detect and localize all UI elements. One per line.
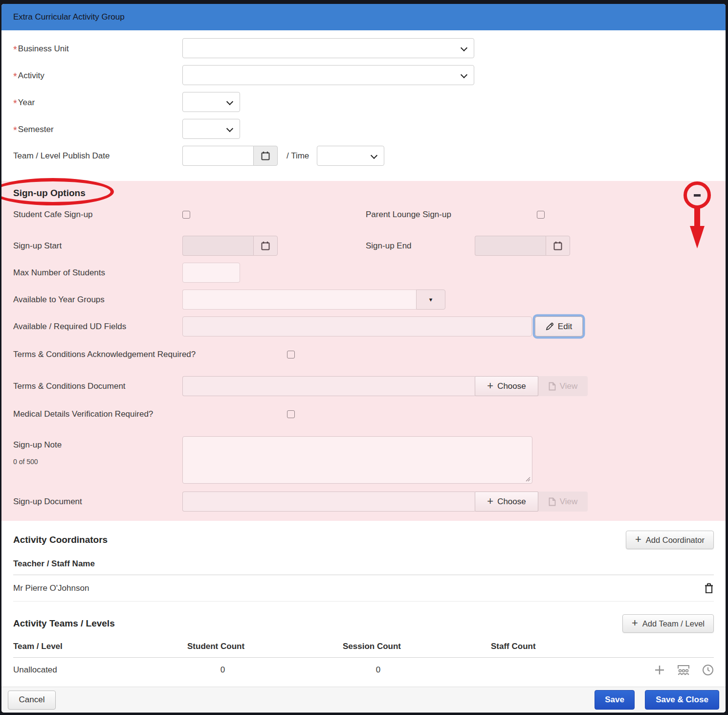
col-student-count: Student Count <box>187 642 258 651</box>
calendar-icon <box>261 151 270 160</box>
trash-icon <box>704 582 714 594</box>
semester-label: Semester <box>18 125 54 134</box>
year-groups-input[interactable] <box>182 290 416 310</box>
plus-icon: + <box>487 380 493 391</box>
tc-ack-label: Terms & Conditions Acknowledgement Requi… <box>13 350 287 359</box>
add-team-level-button[interactable]: + Add Team / Level <box>622 614 714 633</box>
max-students-label: Max Number of Students <box>13 268 182 278</box>
allocate-students-button[interactable] <box>677 664 690 676</box>
year-groups-row: Available to Year Groups ▾ <box>13 290 714 310</box>
coordinator-name: Mr Pierre O'Johnson <box>13 583 89 593</box>
year-row: *Year <box>13 92 714 112</box>
publish-date-input[interactable] <box>182 146 253 166</box>
publish-time-select[interactable] <box>317 146 384 166</box>
teams-header: Activity Teams / Levels + Add Team / Lev… <box>13 614 714 633</box>
delete-coordinator-button[interactable] <box>704 582 714 594</box>
chevron-down-icon <box>226 98 233 105</box>
signup-document-choose-button[interactable]: + Choose <box>475 492 538 512</box>
group-icon <box>677 664 690 676</box>
year-select[interactable] <box>182 92 240 112</box>
chevron-down-icon <box>461 71 467 78</box>
medical-checkbox[interactable] <box>287 410 295 418</box>
plus-icon: + <box>635 534 641 545</box>
signup-note-counter: 0 of 500 <box>13 458 182 466</box>
cancel-button[interactable]: Cancel <box>8 691 56 710</box>
col-team-level: Team / Level <box>13 642 187 651</box>
tc-ack-checkbox[interactable] <box>287 351 295 358</box>
signup-document-input[interactable] <box>182 492 475 512</box>
coordinators-heading: Activity Coordinators <box>13 535 108 545</box>
signup-options-heading: Sign-up Options <box>13 188 714 199</box>
dropdown-arrow-icon: ▾ <box>429 296 433 303</box>
activity-select[interactable] <box>182 65 474 85</box>
divider <box>13 601 714 602</box>
chevron-down-icon <box>371 152 377 159</box>
signup-dates-row: Sign-up Start Sign-up End <box>13 236 714 256</box>
year-label: Year <box>18 98 35 107</box>
signup-start-calendar-button[interactable] <box>253 236 278 256</box>
plus-icon: + <box>487 496 493 507</box>
main-form: *Business Unit *Activity *Year *Semester… <box>1 30 726 181</box>
coordinator-row: Mr Pierre O'Johnson <box>13 575 714 601</box>
coordinators-column-header: Teacher / Staff Name <box>13 559 714 569</box>
ud-fields-label: Available / Required UD Fields <box>13 322 182 332</box>
save-close-button[interactable]: Save & Close <box>645 690 719 710</box>
parent-lounge-checkbox[interactable] <box>537 211 545 219</box>
signup-document-label: Sign-up Document <box>13 497 182 507</box>
clock-icon <box>702 664 714 676</box>
add-coordinator-button[interactable]: + Add Coordinator <box>626 531 714 549</box>
dialog-footer: Cancel Save Save & Close <box>1 687 726 713</box>
add-session-button[interactable] <box>654 665 665 675</box>
activity-row: *Activity <box>13 65 714 85</box>
business-unit-row: *Business Unit <box>13 38 714 58</box>
signup-start-input[interactable] <box>182 236 253 256</box>
semester-select[interactable] <box>182 119 240 139</box>
calendar-icon <box>261 241 270 250</box>
signup-end-input[interactable] <box>475 236 546 256</box>
publish-date-row: Team / Level Publish Date / Time <box>13 146 714 166</box>
plus-icon <box>654 665 665 675</box>
tc-document-choose-button[interactable]: + Choose <box>475 376 538 396</box>
time-label: / Time <box>287 151 309 161</box>
sessions-schedule-button[interactable] <box>702 664 714 676</box>
chevron-down-icon <box>226 125 233 132</box>
signup-note-textarea[interactable] <box>182 436 532 484</box>
calendar-icon <box>553 241 562 250</box>
parent-lounge-label: Parent Lounge Sign-up <box>366 210 537 220</box>
activity-group-dialog: Extra Curricular Activity Group *Busines… <box>1 4 726 713</box>
plus-icon: + <box>632 618 638 628</box>
business-unit-select[interactable] <box>182 38 474 58</box>
max-students-input[interactable] <box>182 263 240 283</box>
teams-heading: Activity Teams / Levels <box>13 618 115 629</box>
resize-grip-icon[interactable] <box>526 477 530 482</box>
ud-fields-input[interactable] <box>182 316 532 336</box>
signup-note-row: Sign-up Note 0 of 500 <box>13 436 714 484</box>
ud-fields-row: Available / Required UD Fields Edit <box>13 316 714 336</box>
tc-document-label: Terms & Conditions Document <box>13 381 182 391</box>
signup-toggles-row: Student Cafe Sign-up Parent Lounge Sign-… <box>13 209 714 220</box>
signup-note-label: Sign-up Note <box>13 440 182 450</box>
tc-document-input[interactable] <box>182 376 475 396</box>
student-cafe-checkbox[interactable] <box>182 211 190 219</box>
publish-date-calendar-button[interactable] <box>253 146 278 166</box>
required-marker: * <box>13 98 17 109</box>
signup-end-calendar-button[interactable] <box>546 236 570 256</box>
required-marker: * <box>13 125 17 135</box>
edit-ud-fields-button[interactable]: Edit <box>535 316 583 336</box>
save-button[interactable]: Save <box>595 690 635 710</box>
tc-document-view-button[interactable]: View <box>538 376 588 396</box>
semester-row: *Semester <box>13 119 714 139</box>
publish-date-label: Team / Level Publish Date <box>13 151 182 161</box>
year-groups-label: Available to Year Groups <box>13 295 182 305</box>
signup-document-view-button[interactable]: View <box>538 492 588 512</box>
team-student-count: 0 <box>187 665 258 675</box>
year-groups-dropdown-button[interactable]: ▾ <box>416 290 445 310</box>
team-row: Unallocated 0 0 <box>13 658 714 682</box>
business-unit-label: Business Unit <box>18 44 69 53</box>
team-session-count: 0 <box>343 665 414 675</box>
file-icon <box>549 497 556 506</box>
annotation-arrow-shaft <box>694 208 700 226</box>
dialog-header: Extra Curricular Activity Group <box>1 4 726 30</box>
medical-row: Medical Details Verification Required? <box>13 409 714 420</box>
activity-label: Activity <box>18 71 44 80</box>
